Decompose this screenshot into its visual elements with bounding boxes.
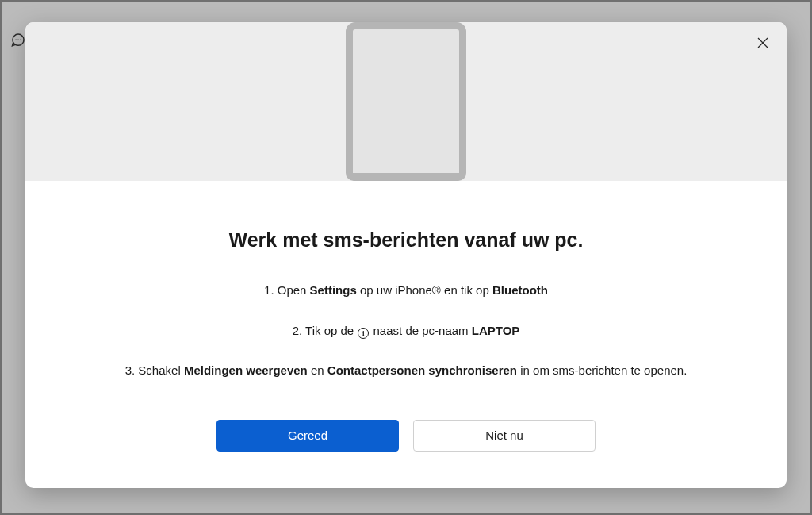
instruction-steps: 1. Open Settings op uw iPhone® en tik op… xyxy=(89,282,723,380)
setup-dialog: Werk met sms-berichten vanaf uw pc. 1. O… xyxy=(25,22,787,488)
device-illustration xyxy=(346,22,466,181)
step-text: Open xyxy=(278,283,310,297)
step-num: 3. xyxy=(125,363,139,377)
step-text: naast de pc-naam xyxy=(370,324,471,337)
not-now-button[interactable]: Niet nu xyxy=(413,420,596,452)
step-text: Schakel xyxy=(138,363,184,377)
svg-point-3 xyxy=(20,39,21,40)
step-text: op uw iPhone® en tik op xyxy=(357,283,492,297)
close-button[interactable] xyxy=(752,32,774,54)
dialog-content: Werk met sms-berichten vanaf uw pc. 1. O… xyxy=(25,181,787,488)
step-bold: Contactpersonen synchroniseren xyxy=(327,363,517,377)
step-text: en xyxy=(308,363,327,377)
svg-point-1 xyxy=(15,39,17,40)
step-text: in om sms-berichten te openen. xyxy=(517,363,687,377)
step-1: 1. Open Settings op uw iPhone® en tik op… xyxy=(264,282,548,300)
step-bold: LAPTOP xyxy=(472,324,520,337)
messages-icon xyxy=(10,32,27,49)
step-bold: Settings xyxy=(310,283,357,297)
done-button[interactable]: Gereed xyxy=(216,420,399,452)
step-2: 2. Tik op de i naast de pc-naam LAPTOP xyxy=(293,322,520,340)
step-num: 2. xyxy=(293,324,305,337)
svg-point-2 xyxy=(17,39,19,40)
info-icon: i xyxy=(358,328,369,339)
step-bold: Bluetooth xyxy=(492,283,548,297)
dialog-hero xyxy=(25,22,787,181)
step-text: Tik op de xyxy=(305,324,357,337)
step-num: 1. xyxy=(264,283,278,297)
dialog-title: Werk met sms-berichten vanaf uw pc. xyxy=(229,229,584,252)
step-3: 3. Schakel Meldingen weergeven en Contac… xyxy=(125,362,688,380)
step-bold: Meldingen weergeven xyxy=(184,363,308,377)
dialog-actions: Gereed Niet nu xyxy=(216,420,596,452)
